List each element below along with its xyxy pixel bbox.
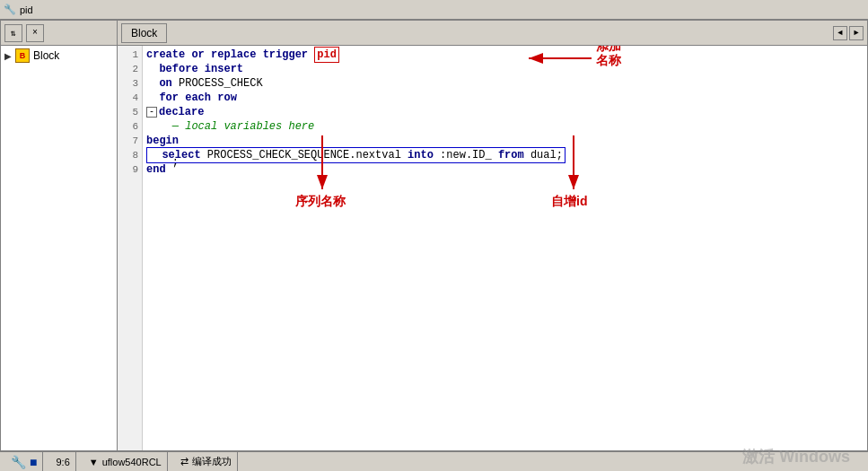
right-arrow-button[interactable]: ►: [849, 26, 864, 40]
annotation-sequence: 序列名称: [304, 135, 358, 212]
title-bar: 🔧 pid: [0, 0, 868, 20]
code-line-3: on PROCESS_CHECK: [146, 76, 864, 91]
code-line-4: for each row: [146, 91, 864, 105]
collapse-icon[interactable]: -: [146, 107, 157, 118]
toolbar-arrows: ◄ ►: [833, 26, 864, 40]
status-compile: ⇄ 编译成功: [175, 452, 238, 471]
code-line-9: end ;: [146, 162, 864, 177]
wrench-icon: ■: [30, 455, 37, 469]
tree-arrow: ▶: [4, 51, 12, 61]
sort-icon: ⇅: [11, 28, 16, 39]
block-icon: B: [15, 48, 30, 63]
tools-icon: 🔧: [11, 455, 26, 469]
close-sidebar-button[interactable]: ×: [26, 24, 44, 42]
content-area: Block ◄ ► 1 2 3 4 5 6 7 8 9: [118, 21, 867, 450]
sidebar-content: ▶ B Block: [1, 46, 117, 450]
annotation-add-name: 添加名称: [520, 48, 627, 88]
close-icon: ×: [32, 28, 38, 38]
status-tools: 🔧 ■: [5, 452, 43, 471]
sequence-name-label: 序列名称: [295, 194, 346, 208]
sidebar: ⇅ × ▶ B Block: [1, 21, 118, 450]
code-line-1: create or replace trigger pid: [146, 48, 864, 62]
code-line-6: — local variables here: [146, 119, 864, 134]
editor-area: 1 2 3 4 5 6 7 8 9 create or replace trig…: [118, 46, 867, 450]
code-line-7: begin: [146, 134, 864, 148]
code-line-2: before insert: [146, 62, 864, 76]
content-toolbar: Block ◄ ►: [118, 21, 867, 46]
position-label: 9:6: [56, 457, 69, 467]
tree-label: Block: [33, 49, 59, 62]
compile-label: 编译成功: [192, 455, 232, 468]
block-button[interactable]: Block: [121, 23, 167, 43]
trigger-name-box: pid: [314, 47, 339, 63]
title-icon: 🔧: [4, 4, 16, 15]
auto-id-label: 自增id: [551, 194, 587, 208]
code-editor[interactable]: create or replace trigger pid before ins…: [143, 46, 867, 450]
compile-icon: ⇄: [180, 456, 189, 467]
add-name-label: 添加名称: [596, 46, 627, 67]
code-line-5: -declare: [146, 105, 864, 119]
right-arrow-icon: ►: [854, 29, 858, 38]
status-bar: 🔧 ■ 9:6 ▼ uflow540RCL ⇄ 编译成功 激活 Windows: [0, 451, 868, 471]
status-db-icon: ▼ uflow540RCL: [83, 452, 168, 471]
sort-button[interactable]: ⇅: [4, 24, 22, 42]
line-numbers: 1 2 3 4 5 6 7 8 9: [118, 46, 143, 450]
status-position: 9:6: [50, 452, 75, 471]
windows-activate-text: 激活 Windows: [742, 446, 850, 467]
db-arrow-icon: ▼: [89, 457, 99, 467]
left-arrow-icon: ◄: [837, 29, 842, 38]
window-title: pid: [20, 4, 33, 15]
annotation-auto-id: 自增id: [556, 135, 609, 212]
sidebar-toolbar: ⇅ ×: [1, 21, 117, 46]
main-layout: ⇅ × ▶ B Block Block ◄ ►: [0, 20, 868, 451]
db-name: uflow540RCL: [102, 457, 162, 467]
left-arrow-button[interactable]: ◄: [833, 26, 847, 40]
code-line-8: select PROCESS_CHECK_SEQUENCE.nextval in…: [146, 148, 864, 162]
block-btn-label: Block: [131, 27, 157, 39]
tree-item-block[interactable]: ▶ B Block: [3, 48, 115, 64]
